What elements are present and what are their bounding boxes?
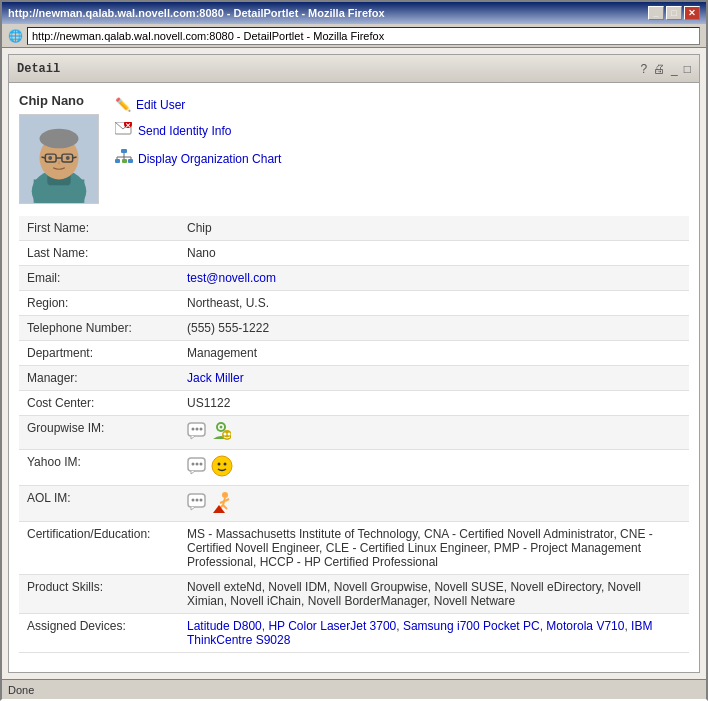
svg-point-46	[222, 492, 228, 498]
svg-point-39	[212, 456, 232, 476]
org-chart-icon	[115, 149, 133, 168]
manager-link[interactable]: Jack Miller	[187, 371, 244, 385]
svg-point-9	[48, 156, 52, 160]
status-bar: Done	[2, 679, 706, 699]
im-chat-icon-yahoo[interactable]	[187, 457, 207, 478]
help-icon[interactable]: ?	[640, 62, 647, 76]
field-value: test@novell.com	[179, 266, 689, 291]
im-user-icon-aol[interactable]	[211, 491, 233, 516]
field-value: Nano	[179, 241, 689, 266]
field-value: Novell exteNd, Novell IDM, Novell Groupw…	[179, 575, 689, 614]
email-link[interactable]: test@novell.com	[187, 271, 276, 285]
minimize-portlet-icon[interactable]: _	[671, 62, 678, 76]
groupwise-im-icons	[187, 421, 681, 444]
display-org-chart-link[interactable]: Display Organization Chart	[115, 149, 689, 168]
address-input[interactable]	[27, 27, 700, 45]
table-row: Last Name: Nano	[19, 241, 689, 266]
detail-portlet: Detail ? 🖨 _ □ Chip Nano	[8, 54, 700, 673]
svg-point-27	[196, 428, 199, 431]
address-bar: 🌐	[2, 24, 706, 48]
im-user-icon-yahoo[interactable]	[211, 455, 233, 480]
table-row: Manager: Jack Miller	[19, 366, 689, 391]
field-value: (555) 555-1222	[179, 316, 689, 341]
field-label: Yahoo IM:	[19, 450, 179, 486]
svg-point-41	[224, 463, 227, 466]
field-label: Certification/Education:	[19, 522, 179, 575]
table-row: Certification/Education: MS - Massachuse…	[19, 522, 689, 575]
field-value: Management	[179, 341, 689, 366]
edit-icon: ✏️	[115, 97, 131, 112]
title-bar-buttons: _ □ ✕	[648, 6, 700, 20]
title-bar-text: http://newman.qalab.wal.novell.com:8080 …	[8, 7, 385, 19]
svg-point-26	[192, 428, 195, 431]
field-value: US1122	[179, 391, 689, 416]
portlet-icons: ? 🖨 _ □	[640, 62, 691, 76]
field-label: Last Name:	[19, 241, 179, 266]
svg-line-12	[73, 157, 77, 158]
svg-point-10	[66, 156, 70, 160]
close-btn[interactable]: ✕	[684, 6, 700, 20]
svg-rect-18	[122, 159, 127, 163]
portlet-header: Detail ? 🖨 _ □	[9, 55, 699, 83]
svg-line-49	[223, 505, 227, 509]
user-info-section: ✏️ Edit User ✕	[115, 93, 689, 204]
field-label: Cost Center:	[19, 391, 179, 416]
device-link-samsung[interactable]: Samsung i700 Pocket PC	[403, 619, 540, 633]
svg-point-34	[228, 433, 231, 436]
user-actions: ✏️ Edit User ✕	[115, 93, 689, 168]
browser-window: http://newman.qalab.wal.novell.com:8080 …	[0, 0, 708, 701]
print-icon[interactable]: 🖨	[653, 62, 665, 76]
portlet-body: Chip Nano	[9, 83, 699, 672]
detail-table: First Name: Chip Last Name: Nano Email:	[19, 216, 689, 653]
field-value: Northeast, U.S.	[179, 291, 689, 316]
field-label: Groupwise IM:	[19, 416, 179, 450]
device-link-hp[interactable]: HP Color LaserJet 3700	[268, 619, 396, 633]
svg-point-43	[192, 499, 195, 502]
field-label: Email:	[19, 266, 179, 291]
svg-point-28	[200, 428, 203, 431]
table-row: Email: test@novell.com	[19, 266, 689, 291]
svg-line-11	[41, 157, 45, 158]
im-chat-icon-aol[interactable]	[187, 493, 207, 514]
field-value: Jack Miller	[179, 366, 689, 391]
im-chat-icon-gw[interactable]	[187, 422, 207, 443]
svg-point-5	[40, 129, 79, 149]
yahoo-im-icons	[187, 455, 681, 480]
user-header: Chip Nano	[19, 93, 689, 204]
field-label: Assigned Devices:	[19, 614, 179, 653]
maximize-portlet-icon[interactable]: □	[684, 62, 691, 76]
svg-point-44	[196, 499, 199, 502]
im-user-icon-gw[interactable]	[211, 421, 231, 444]
field-value: MS - Massachusetts Institute of Technolo…	[179, 522, 689, 575]
field-value	[179, 486, 689, 522]
table-row: Product Skills: Novell exteNd, Novell ID…	[19, 575, 689, 614]
field-label: Telephone Number:	[19, 316, 179, 341]
table-row: Assigned Devices: Latitude D800, HP Colo…	[19, 614, 689, 653]
field-value: Latitude D800, HP Color LaserJet 3700, S…	[179, 614, 689, 653]
table-row: Cost Center: US1122	[19, 391, 689, 416]
table-row: Groupwise IM:	[19, 416, 689, 450]
field-label: Product Skills:	[19, 575, 179, 614]
svg-rect-17	[115, 159, 120, 163]
edit-user-link[interactable]: ✏️ Edit User	[115, 97, 689, 112]
svg-point-40	[218, 463, 221, 466]
mail-icon: ✕	[115, 122, 133, 139]
user-avatar	[20, 114, 98, 204]
device-link-motorola[interactable]: Motorola V710	[546, 619, 624, 633]
svg-point-36	[192, 463, 195, 466]
field-value: Chip	[179, 216, 689, 241]
title-bar: http://newman.qalab.wal.novell.com:8080 …	[2, 2, 706, 24]
svg-point-31	[220, 426, 223, 429]
user-photo	[19, 114, 99, 204]
field-label: Manager:	[19, 366, 179, 391]
send-identity-label: Send Identity Info	[138, 124, 231, 138]
minimize-btn[interactable]: _	[648, 6, 664, 20]
device-link-latitude[interactable]: Latitude D800	[187, 619, 262, 633]
send-identity-link[interactable]: ✕ Send Identity Info	[115, 122, 689, 139]
content-area: Detail ? 🖨 _ □ Chip Nano	[2, 48, 706, 679]
restore-btn[interactable]: □	[666, 6, 682, 20]
svg-rect-19	[128, 159, 133, 163]
status-text: Done	[8, 684, 34, 696]
svg-text:✕: ✕	[125, 122, 131, 129]
field-label: Region:	[19, 291, 179, 316]
